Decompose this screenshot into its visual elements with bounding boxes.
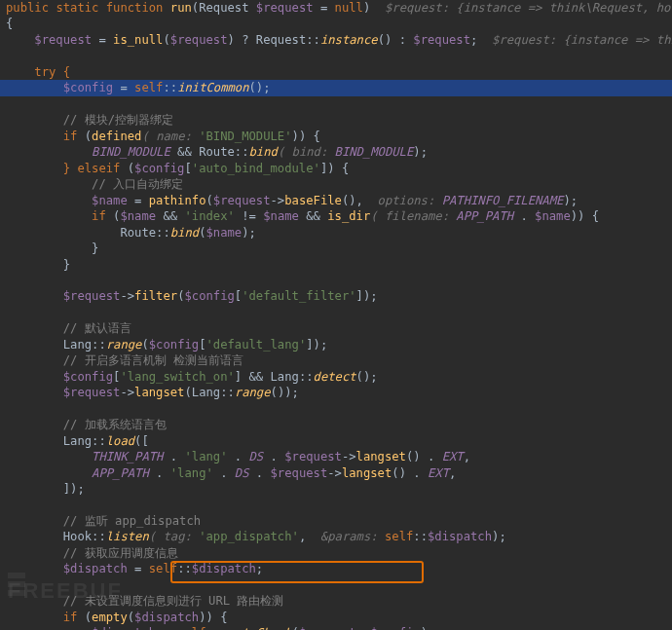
code-line: // 默认语言 bbox=[0, 320, 672, 336]
code-line: { bbox=[0, 16, 672, 31]
code-line: // 模块/控制器绑定 bbox=[0, 112, 672, 128]
code-line: APP_PATH . 'lang' . DS . $request->langs… bbox=[0, 465, 672, 481]
code-line: THINK_PATH . 'lang' . DS . $request->lan… bbox=[0, 449, 672, 464]
highlighted-line: $dispatch = self::routeCheck($request, $… bbox=[0, 625, 672, 630]
code-line: } bbox=[0, 257, 672, 273]
code-line bbox=[0, 498, 672, 513]
code-line: $request = is_null($request) ? Request::… bbox=[0, 32, 672, 48]
code-line: ]); bbox=[0, 481, 672, 497]
code-line: // 加载系统语言包 bbox=[0, 417, 672, 432]
code-line: // 获取应用调度信息 bbox=[0, 545, 672, 561]
code-line: // 入口自动绑定 bbox=[0, 176, 672, 192]
code-line: $name = pathinfo($request->baseFile(), o… bbox=[0, 193, 672, 208]
code-line: BIND_MODULE && Route::bind( bind: BIND_M… bbox=[0, 144, 672, 160]
code-line: if (empty($dispatch)) { bbox=[0, 610, 672, 625]
code-line: public static function run(Request $requ… bbox=[0, 0, 672, 16]
code-line: } bbox=[0, 241, 672, 256]
code-line: $dispatch = self::$dispatch; bbox=[0, 561, 672, 576]
code-line: // 未设置调度信息则进行 URL 路由检测 bbox=[0, 593, 672, 609]
code-line: Route::bind($name); bbox=[0, 225, 672, 241]
code-line: Lang::range($config['default_lang']); bbox=[0, 337, 672, 352]
code-line: if ($name && 'index' != $name && is_dir(… bbox=[0, 208, 672, 224]
code-line bbox=[0, 48, 672, 63]
code-line: $request->filter($config['default_filter… bbox=[0, 288, 672, 304]
code-line bbox=[0, 401, 672, 417]
code-line: try { bbox=[0, 64, 672, 80]
code-line: } elseif ($config['auto_bind_module']) { bbox=[0, 161, 672, 176]
code-line: $request->langset(Lang::range()); bbox=[0, 385, 672, 400]
code-line: $config['lang_switch_on'] && Lang::detec… bbox=[0, 369, 672, 385]
code-line: // 开启多语言机制 检测当前语言 bbox=[0, 352, 672, 368]
code-line bbox=[0, 96, 672, 112]
code-line bbox=[0, 273, 672, 288]
selected-line: $config = self::initCommon(); bbox=[0, 80, 672, 95]
code-line: Hook::listen( tag: 'app_dispatch', &para… bbox=[0, 529, 672, 544]
code-line: // 监听 app_dispatch bbox=[0, 513, 672, 529]
code-editor[interactable]: public static function run(Request $requ… bbox=[0, 0, 672, 630]
code-line bbox=[0, 577, 672, 593]
code-line bbox=[0, 305, 672, 320]
code-line: Lang::load([ bbox=[0, 433, 672, 449]
code-line: if (defined( name: 'BIND_MODULE')) { bbox=[0, 129, 672, 144]
